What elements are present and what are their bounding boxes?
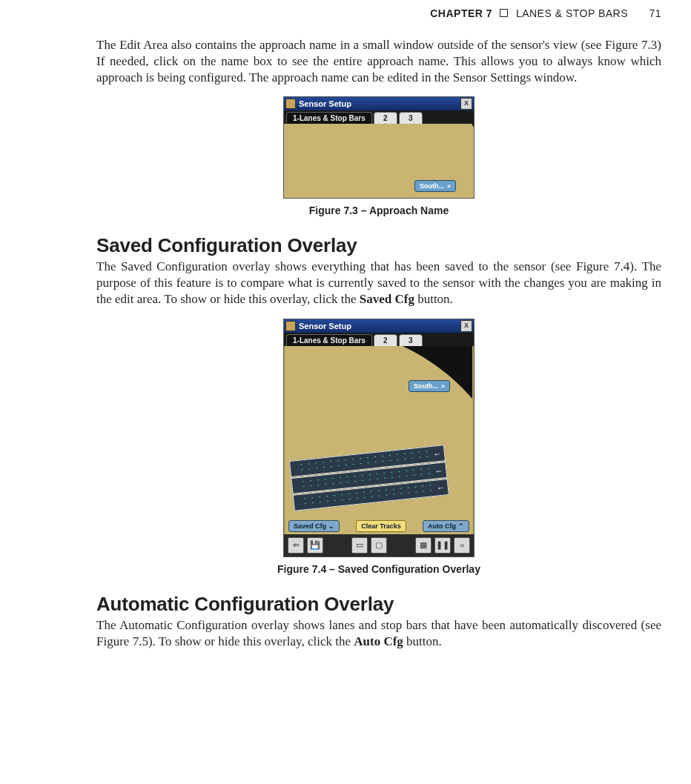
window-title: Sensor Setup	[299, 99, 351, 108]
app-icon	[285, 321, 296, 331]
page-number: 71	[649, 7, 661, 19]
figure-7-4: Sensor Setup X 1-Lanes & Stop Bars 2 3 S…	[283, 319, 475, 557]
note-button[interactable]: ▢	[371, 537, 387, 554]
chevron-right-icon: »	[441, 382, 445, 390]
app-icon	[285, 99, 296, 109]
auto-cfg-bold: Auto Cfg	[354, 634, 403, 648]
overlay-button-row: Saved Cfg ⌄ Clear Tracks Auto Cfg ⌃	[285, 518, 472, 534]
heading-auto-config-overlay: Automatic Configuration Overlay	[96, 593, 661, 616]
chevron-right-icon: »	[447, 182, 451, 190]
chevron-down-icon: ⌄	[328, 522, 334, 530]
approach-name-label: South...	[420, 182, 444, 190]
figure-7-3-caption: Figure 7.3 – Approach Name	[96, 205, 661, 216]
palette-button[interactable]: ▦	[415, 537, 432, 554]
menu-button[interactable]: ≡	[454, 537, 470, 554]
approach-name-box[interactable]: South... »	[414, 180, 456, 192]
paragraph-auto-config: The Automatic Configuration overlay show…	[96, 617, 661, 650]
paragraph-saved-config: The Saved Configuration overlay shows ev…	[96, 259, 661, 308]
clear-tracks-button[interactable]: Clear Tracks	[356, 520, 406, 532]
paragraph-edit-area: The Edit Area also contains the approach…	[96, 37, 661, 86]
erase-button[interactable]: ▭	[351, 537, 368, 554]
sensor-view-area: South... » ← ← ← Saved Cfg ⌄ Clear Track…	[284, 346, 474, 534]
auto-cfg-button[interactable]: Auto Cfg ⌃	[423, 520, 469, 532]
window-titlebar: Sensor Setup X	[284, 97, 474, 110]
chapter-title: LANES & STOP BARS	[516, 7, 628, 19]
figure-7-4-caption: Figure 7.4 – Saved Configuration Overlay	[96, 563, 661, 575]
tab-lanes-stopbars[interactable]: 1-Lanes & Stop Bars	[286, 112, 372, 124]
page-header: CHAPTER 7 LANES & STOP BARS 71	[96, 7, 661, 19]
tab-2[interactable]: 2	[374, 334, 397, 346]
tab-strip: 1-Lanes & Stop Bars 2 3	[284, 110, 474, 124]
chevron-up-icon: ⌃	[458, 522, 464, 530]
sensor-view-area: South... »	[284, 124, 474, 198]
close-icon[interactable]: X	[460, 98, 472, 110]
bottom-toolbar: ⇐ 💾 ▭ ▢ ▦ ❚❚ ≡	[284, 534, 474, 557]
close-icon[interactable]: X	[460, 320, 472, 332]
approach-name-box[interactable]: South... »	[409, 380, 450, 392]
tab-strip: 1-Lanes & Stop Bars 2 3	[284, 333, 474, 346]
square-divider-icon	[500, 9, 508, 17]
tab-3[interactable]: 3	[399, 334, 423, 346]
save-button[interactable]: 💾	[307, 537, 323, 554]
approach-name-label: South...	[414, 382, 438, 390]
pause-button[interactable]: ❚❚	[434, 537, 451, 554]
tab-lanes-stopbars[interactable]: 1-Lanes & Stop Bars	[286, 334, 372, 346]
heading-saved-config-overlay: Saved Configuration Overlay	[96, 234, 661, 257]
figure-7-3: Sensor Setup X 1-Lanes & Stop Bars 2 3 S…	[283, 96, 475, 199]
saved-cfg-button[interactable]: Saved Cfg ⌄	[288, 520, 340, 532]
window-titlebar: Sensor Setup X	[284, 319, 474, 333]
chapter-label: CHAPTER 7	[430, 7, 492, 19]
arrow-left-icon: ←	[432, 448, 441, 458]
back-button[interactable]: ⇐	[288, 537, 304, 554]
tab-2[interactable]: 2	[374, 112, 397, 124]
arrow-left-icon: ←	[434, 465, 443, 475]
arrow-left-icon: ←	[436, 482, 445, 492]
saved-cfg-bold: Saved Cfg	[360, 292, 414, 306]
window-title: Sensor Setup	[299, 322, 351, 330]
tab-3[interactable]: 3	[399, 112, 423, 124]
